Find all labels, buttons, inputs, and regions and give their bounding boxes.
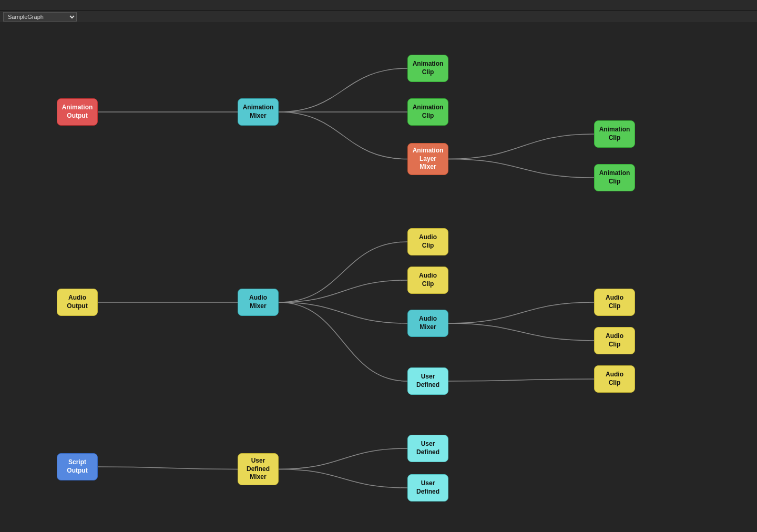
- titlebar: [0, 0, 757, 11]
- connections-svg: [0, 23, 757, 532]
- connection-audio_mixer_2-audio_clip_3: [448, 302, 594, 323]
- node-audio_clip_1[interactable]: Audio Clip: [407, 228, 448, 255]
- connection-audio_mixer_2-audio_clip_4: [448, 323, 594, 341]
- connection-user_defined_mixer-user_defined_3: [279, 469, 407, 488]
- connection-anim_layer_mixer-anim_clip_4: [448, 159, 594, 178]
- connection-animation_mixer-anim_clip_1: [279, 68, 407, 112]
- connection-script_output-user_defined_mixer: [98, 467, 238, 469]
- connection-audio_mixer-user_defined_1: [279, 302, 407, 381]
- node-audio_clip_2[interactable]: Audio Clip: [407, 267, 448, 294]
- connection-user_defined_1-audio_clip_5: [448, 379, 594, 381]
- toolbar: SampleGraph: [0, 11, 757, 23]
- node-animation_mixer[interactable]: Animation Mixer: [238, 98, 279, 126]
- node-user_defined_mixer[interactable]: User Defined Mixer: [238, 453, 279, 485]
- node-user_defined_3[interactable]: User Defined: [407, 474, 448, 502]
- node-script_output[interactable]: Script Output: [57, 453, 98, 480]
- connection-audio_mixer-audio_mixer_2: [279, 302, 407, 323]
- connection-audio_mixer-audio_clip_1: [279, 242, 407, 302]
- node-audio_mixer[interactable]: Audio Mixer: [238, 289, 279, 316]
- node-user_defined_1[interactable]: User Defined: [407, 367, 448, 395]
- node-audio_clip_3[interactable]: Audio Clip: [594, 289, 635, 316]
- node-user_defined_2[interactable]: User Defined: [407, 435, 448, 462]
- node-anim_clip_2[interactable]: Animation Clip: [407, 98, 448, 126]
- connection-user_defined_mixer-user_defined_2: [279, 448, 407, 469]
- graph-selector[interactable]: SampleGraph: [3, 12, 77, 22]
- node-anim_clip_4[interactable]: Animation Clip: [594, 164, 635, 191]
- node-audio_mixer_2[interactable]: Audio Mixer: [407, 310, 448, 337]
- node-audio_output[interactable]: Audio Output: [57, 289, 98, 316]
- connection-animation_mixer-anim_layer_mixer: [279, 112, 407, 159]
- node-anim_layer_mixer[interactable]: Animation Layer Mixer: [407, 143, 448, 175]
- node-animation_output[interactable]: Animation Output: [57, 98, 98, 126]
- node-audio_clip_4[interactable]: Audio Clip: [594, 327, 635, 354]
- node-anim_clip_1[interactable]: Animation Clip: [407, 55, 448, 82]
- node-audio_clip_5[interactable]: Audio Clip: [594, 365, 635, 393]
- node-anim_clip_3[interactable]: Animation Clip: [594, 120, 635, 148]
- graph-canvas: Animation OutputAnimation MixerAnimation…: [0, 23, 757, 532]
- connection-audio_mixer-audio_clip_2: [279, 280, 407, 302]
- connection-anim_layer_mixer-anim_clip_3: [448, 134, 594, 159]
